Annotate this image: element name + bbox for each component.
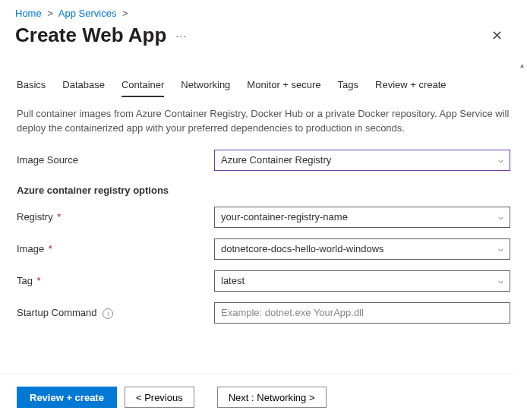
tabs: Basics Database Container Networking Mon… [0,47,527,96]
tab-review-create[interactable]: Review + create [375,79,447,96]
title-row: Create Web App ··· ✕ [0,19,527,47]
label-image: Image * [17,243,214,254]
more-actions-icon[interactable]: ··· [175,30,187,42]
tab-basics[interactable]: Basics [17,79,46,96]
content-area: Pull container images from Azure Contain… [0,96,527,324]
description-text: Pull container images from Azure Contain… [17,107,510,136]
tab-tags[interactable]: Tags [338,79,358,96]
chevron-down-icon: ⌵ [498,212,503,222]
dropdown-image-source[interactable]: Azure Container Registry ⌵ [214,150,510,171]
tab-networking[interactable]: Networking [181,79,230,96]
tab-monitor-secure[interactable]: Monitor + secure [247,79,320,96]
label-startup-command: Startup Command i [17,307,214,319]
breadcrumb-sep: > [47,8,53,19]
dropdown-image-value: dotnetcore-docs-hello-world-windows [221,243,384,254]
field-tag: Tag * latest ⌵ [17,270,510,292]
scrollbar[interactable]: ▴ [516,59,527,420]
breadcrumb: Home > App Services > [0,0,527,19]
tab-container[interactable]: Container [121,79,164,97]
review-create-button[interactable]: Review + create [17,387,117,408]
chevron-down-icon: ⌵ [498,244,503,254]
dropdown-image[interactable]: dotnetcore-docs-hello-world-windows ⌵ [214,238,510,260]
dropdown-tag[interactable]: latest ⌵ [214,270,510,292]
breadcrumb-sep: > [122,8,128,19]
close-icon[interactable]: ✕ [491,27,503,44]
required-indicator: * [55,211,62,223]
label-tag: Tag * [17,275,214,286]
tab-database[interactable]: Database [62,79,105,96]
field-registry: Registry * your-container-registry-name … [17,207,510,228]
field-image: Image * dotnetcore-docs-hello-world-wind… [17,238,510,260]
label-image-source: Image Source [17,154,214,166]
next-button[interactable]: Next : Networking > [217,387,327,408]
dropdown-tag-value: latest [221,275,245,286]
dropdown-image-source-value: Azure Container Registry [221,154,331,166]
previous-button[interactable]: < Previous [125,387,194,408]
label-registry: Registry * [17,211,214,223]
required-indicator: * [46,243,52,254]
input-startup-command[interactable] [214,302,510,324]
dropdown-registry[interactable]: your-container-registry-name ⌵ [214,207,510,228]
breadcrumb-app-services[interactable]: App Services [58,8,117,19]
breadcrumb-home[interactable]: Home [15,8,42,19]
chevron-down-icon: ⌵ [498,276,503,286]
info-icon[interactable]: i [103,308,113,319]
scroll-up-icon[interactable]: ▴ [516,59,527,70]
footer-actions: Review + create < Previous Next : Networ… [0,374,516,420]
chevron-down-icon: ⌵ [498,155,503,165]
required-indicator: * [34,275,41,286]
field-image-source: Image Source Azure Container Registry ⌵ [17,150,510,171]
dropdown-registry-value: your-container-registry-name [221,211,348,223]
page-title: Create Web App [15,24,166,47]
field-startup-command: Startup Command i [17,302,510,324]
section-header-acr-options: Azure container registry options [17,185,510,196]
